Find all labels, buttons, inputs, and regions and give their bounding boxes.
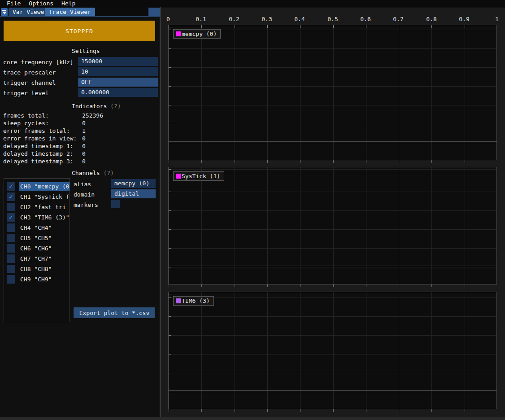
menu-file[interactable]: File [3, 0, 25, 7]
xtick-0-6: 0.6 [356, 16, 375, 22]
channel-row-ch3[interactable]: CH3 "TIM6 (3)" [7, 213, 70, 222]
ch6-label[interactable]: CH6 "CH6" [19, 244, 70, 253]
plot2-legend[interactable]: SysTick (1) [173, 171, 224, 181]
plot3-legend-label: TIM6 (3) [182, 298, 210, 304]
export-csv-button[interactable]: Export plot to *.csv [74, 307, 155, 318]
delayed-timestamp2-label: delayed timestamp 2: [3, 150, 74, 157]
tim6-series-swatch [176, 298, 181, 303]
ch5-checkbox[interactable] [7, 234, 15, 242]
channel-row-ch7[interactable]: CH7 "CH7" [7, 254, 70, 263]
error-frames-in-view-value: 0 [82, 135, 86, 142]
channel-row-ch4[interactable]: CH4 "CH4" [7, 223, 70, 232]
plot2-bottom-ticks [169, 284, 496, 287]
plot-memcpy[interactable]: memcpy (0) [168, 25, 497, 160]
trace-plot-panel: 0 0.1 0.2 0.3 0.4 0.5 0.6 0.7 0.8 0.9 1 … [161, 8, 505, 417]
domain-combo[interactable]: digital [111, 189, 156, 198]
alias-input[interactable]: memcpy (0) [111, 179, 156, 188]
ch4-checkbox[interactable] [7, 223, 15, 232]
core-frequency-label: core frequency [kHz] [3, 59, 74, 66]
ch2-checkbox[interactable] [7, 203, 15, 211]
ch9-checkbox[interactable] [7, 275, 15, 284]
core-frequency-input[interactable]: 150000 [78, 57, 158, 66]
channel-row-ch9[interactable]: CH9 "CH9" [7, 275, 70, 284]
channel-row-ch5[interactable]: CH5 "CH5" [7, 234, 70, 242]
systick-series-swatch [176, 174, 181, 179]
plot1-top-ticks [169, 25, 496, 28]
delayed-timestamp3-label: delayed timestamp 3: [3, 158, 74, 165]
ch0-checkbox[interactable] [7, 182, 15, 191]
ch0-label[interactable]: CH0 "memcpy (0)" [19, 182, 70, 191]
trigger-level-label: trigger level [3, 90, 49, 96]
xtick-0-4: 0.4 [290, 16, 309, 22]
indicators-title: Indicators (?) [72, 103, 121, 109]
plot-tim6[interactable]: TIM6 (3) [168, 292, 497, 409]
markers-checkbox[interactable] [111, 200, 120, 208]
frames-total-label: frames total: [3, 112, 49, 119]
delayed-timestamp2-value: 0 [82, 150, 86, 157]
ch6-checkbox[interactable] [7, 244, 15, 253]
channel-row-ch2[interactable]: CH2 "fast tri (2 [7, 203, 70, 211]
xtick-0-2: 0.2 [224, 16, 244, 22]
plot3-bottom-ticks [169, 409, 496, 412]
alias-label: alias [74, 181, 91, 188]
channel-row-ch1[interactable]: CH1 "SysTick (1) [7, 192, 70, 201]
plot1-bottom-ticks [169, 160, 496, 163]
channels-help-icon[interactable]: (?) [103, 170, 113, 176]
tab-list-icon [2, 10, 6, 11]
plot2-legend-label: SysTick (1) [182, 173, 220, 179]
ch8-label[interactable]: CH8 "CH8" [19, 265, 70, 273]
chevron-down-icon [2, 12, 7, 14]
plot3-zero-line [169, 390, 496, 391]
menu-options[interactable]: Options [25, 0, 57, 7]
plot2-zero-line [169, 266, 496, 266]
ch4-label[interactable]: CH4 "CH4" [19, 223, 70, 232]
bottom-scrollbar[interactable] [0, 417, 505, 420]
app-window: File Options Help Var Viewer Trace Viewe… [0, 0, 505, 420]
error-frames-total-value: 1 [82, 127, 86, 134]
menu-bar: File Options Help [0, 0, 505, 7]
plot2-left-ticks [169, 167, 171, 284]
ch1-checkbox[interactable] [7, 192, 15, 201]
sleep-cycles-label: sleep cycles: [3, 120, 49, 127]
domain-label: domain [74, 191, 95, 198]
plot-systick[interactable]: SysTick (1) [168, 167, 497, 284]
ch7-label[interactable]: CH7 "CH7" [19, 254, 70, 263]
channel-row-ch0[interactable]: CH0 "memcpy (0)" [7, 182, 70, 191]
ch3-label[interactable]: CH3 "TIM6 (3)" [19, 213, 70, 222]
plot3-left-ticks [169, 292, 171, 409]
xtick-1: 1 [487, 16, 505, 22]
control-sidebar: STOPPED Settings core frequency [kHz] 15… [0, 17, 160, 417]
plot3-legend[interactable]: TIM6 (3) [173, 296, 214, 306]
error-frames-total-label: error frames total: [3, 127, 70, 134]
menu-help[interactable]: Help [57, 0, 79, 7]
ch9-label[interactable]: CH9 "CH9" [19, 275, 70, 284]
trigger-channel-combo[interactable]: OFF [78, 78, 158, 87]
ch7-checkbox[interactable] [7, 254, 15, 263]
xtick-0-5: 0.5 [323, 16, 343, 22]
channel-row-ch8[interactable]: CH8 "CH8" [7, 265, 70, 273]
indicators-help-icon[interactable]: (?) [110, 103, 121, 109]
ch1-label[interactable]: CH1 "SysTick (1) [19, 192, 70, 201]
xtick-0-8: 0.8 [422, 16, 441, 22]
plot1-legend[interactable]: memcpy (0) [173, 29, 221, 39]
delayed-timestamp3-value: 0 [82, 158, 86, 165]
memcpy-series-swatch [176, 31, 181, 36]
acquisition-state-button[interactable]: STOPPED [4, 21, 155, 41]
tab-list-button[interactable] [1, 8, 8, 16]
delayed-timestamp1-value: 0 [82, 143, 86, 149]
plot1-left-ticks [169, 25, 171, 160]
tab-bar: Var Viewer Trace Viewer [0, 7, 160, 17]
xtick-0-1: 0.1 [191, 16, 211, 22]
trace-prescaler-input[interactable]: 10 [78, 67, 158, 76]
tab-trace-viewer[interactable]: Trace Viewer [45, 8, 95, 16]
xtick-0-3: 0.3 [257, 16, 277, 22]
ch5-label[interactable]: CH5 "CH5" [19, 234, 70, 242]
xtick-0: 0 [158, 16, 178, 22]
ch3-checkbox[interactable] [7, 213, 15, 222]
ch8-checkbox[interactable] [7, 265, 15, 273]
xtick-0-7: 0.7 [388, 16, 408, 22]
ch2-label[interactable]: CH2 "fast tri (2 [19, 203, 70, 211]
trigger-level-input[interactable]: 0.000000 [78, 88, 158, 97]
channel-row-ch6[interactable]: CH6 "CH6" [7, 244, 70, 253]
tabbar-right-accent [148, 8, 160, 16]
